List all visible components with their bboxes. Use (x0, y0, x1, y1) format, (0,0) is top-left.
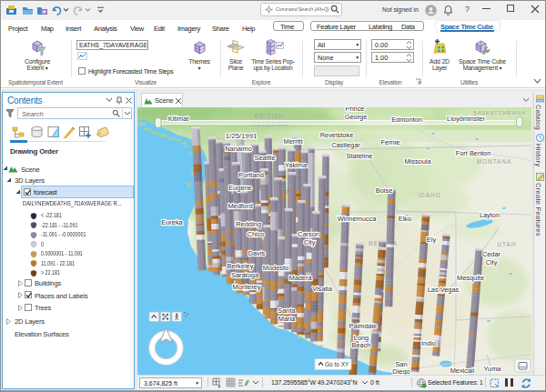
svg-text:Modesto: Modesto (263, 264, 288, 272)
svg-text:Maria: Maria (278, 315, 296, 323)
svg-text:Lloydminster: Lloydminster (447, 115, 485, 123)
svg-text:Mesquite: Mesquite (457, 274, 484, 282)
svg-text:Portland: Portland (238, 171, 264, 179)
svg-text:Palmdale: Palmdale (349, 322, 378, 330)
svg-text:Yakima: Yakima (285, 161, 308, 169)
svg-text:Winnemucca: Winnemucca (338, 215, 378, 223)
svg-text:Go to XY: Go to XY (325, 361, 349, 367)
svg-text:Kitimat: Kitimat (168, 115, 189, 123)
svg-text:Layton: Layton (480, 211, 500, 219)
svg-text:Castlegar: Castlegar (331, 141, 360, 149)
svg-text:Fort Benton: Fort Benton (456, 149, 491, 157)
svg-text:Edmonton: Edmonton (391, 116, 422, 124)
svg-text:City: City (304, 238, 316, 246)
svg-text:Redding: Redding (236, 220, 261, 228)
svg-text:Berkeley: Berkeley (228, 262, 254, 270)
svg-text:Stateline: Stateline (347, 152, 373, 160)
svg-text:Monterey: Monterey (233, 283, 261, 291)
svg-text:UTAH: UTAH (497, 241, 516, 247)
svg-text:City: City (486, 258, 498, 266)
svg-text:Yuma: Yuma (484, 365, 502, 373)
svg-text:Boise: Boise (376, 186, 393, 195)
svg-text:Eureka: Eureka (161, 218, 183, 226)
svg-text:Mexicali: Mexicali (450, 367, 475, 375)
svg-text:Madera: Madera (288, 274, 312, 282)
svg-text:Elko: Elko (399, 215, 411, 223)
svg-text:Medford: Medford (228, 202, 252, 210)
svg-text:Saratoga: Saratoga (231, 271, 259, 279)
svg-text:Eugene: Eugene (228, 184, 251, 192)
svg-text:George: George (345, 113, 368, 121)
svg-text:Santa: Santa (278, 307, 296, 315)
svg-text:Revelstoke: Revelstoke (320, 131, 354, 139)
svg-text:Chico: Chico (248, 230, 265, 238)
svg-text:Indio: Indio (421, 339, 436, 347)
svg-text:IDAHO: IDAHO (418, 192, 440, 198)
svg-text:1/25/1991: 1/25/1991 (226, 132, 258, 140)
svg-text:BRITISH: BRITISH (255, 113, 285, 119)
svg-text:Cedar: Cedar (482, 250, 501, 258)
svg-text:Ely: Ely (427, 236, 437, 244)
svg-text:Las Vegas: Las Vegas (428, 286, 460, 294)
svg-text:Diego: Diego (392, 367, 410, 375)
svg-text:Fernie: Fernie (381, 138, 400, 146)
svg-text:Seattle: Seattle (254, 154, 275, 162)
svg-text:Nanaimo: Nanaimo (225, 145, 252, 153)
svg-text:Visalia: Visalia (312, 285, 333, 293)
svg-text:Beach: Beach (352, 341, 371, 349)
svg-text:Davis: Davis (248, 249, 266, 257)
svg-text:Carson: Carson (298, 230, 319, 238)
svg-text:Missoula: Missoula (404, 157, 431, 166)
svg-text:Merritt: Merritt (284, 137, 303, 146)
svg-text:MONTANA: MONTANA (477, 158, 512, 165)
